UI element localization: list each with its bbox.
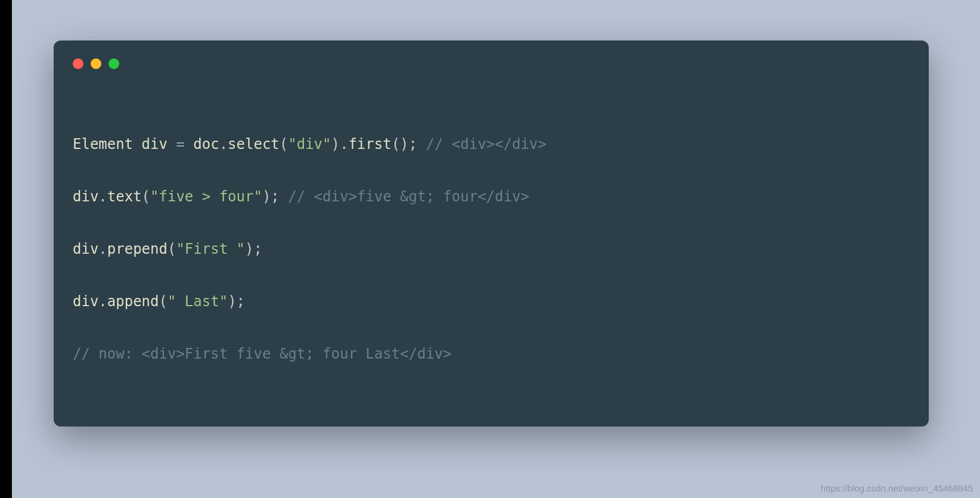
- token-method: append: [107, 293, 159, 310]
- left-sidebar-strip: [0, 0, 12, 498]
- token-method: prepend: [107, 241, 168, 257]
- close-icon[interactable]: [73, 58, 83, 69]
- token-identifier: div: [73, 293, 98, 310]
- token-string: "div": [288, 136, 331, 152]
- code-line-3: div.prepend("First ");: [73, 236, 910, 262]
- token-punct: ();: [392, 136, 426, 152]
- token-punct: (: [280, 136, 288, 152]
- token-punct: .: [98, 188, 107, 205]
- token-punct: .: [98, 293, 107, 310]
- token-type: Element div: [73, 136, 176, 152]
- token-method: first: [348, 136, 391, 152]
- token-identifier: doc: [193, 136, 219, 152]
- token-punct: );: [228, 293, 245, 310]
- token-punct: );: [245, 241, 262, 257]
- token-string: "five > four": [150, 188, 262, 205]
- token-string: "First ": [176, 241, 245, 257]
- token-punct: .: [98, 241, 107, 257]
- minimize-icon[interactable]: [91, 58, 101, 69]
- token-string: " Last": [168, 293, 228, 310]
- token-operator: =: [176, 136, 193, 152]
- token-method: text: [107, 188, 142, 205]
- code-window: Element div = doc.select("div").first();…: [54, 41, 929, 427]
- token-punct: (: [159, 293, 168, 310]
- watermark-text: https://blog.csdn.net/weixin_45468845: [821, 483, 973, 493]
- token-punct: (: [142, 188, 150, 205]
- token-method: select: [228, 136, 280, 152]
- token-comment: // <div></div>: [426, 136, 546, 152]
- code-content: Element div = doc.select("div").first();…: [73, 105, 910, 419]
- code-line-4: div.append(" Last");: [73, 288, 910, 315]
- token-punct: .: [219, 136, 228, 152]
- token-identifier: div: [73, 241, 98, 257]
- token-punct: );: [262, 188, 288, 205]
- maximize-icon[interactable]: [108, 58, 119, 69]
- code-line-5: // now: <div>First five &gt; four Last</…: [73, 341, 910, 367]
- token-punct: (: [168, 241, 176, 257]
- window-controls: [73, 58, 910, 69]
- token-identifier: div: [73, 188, 98, 205]
- token-comment: // now: <div>First five &gt; four Last</…: [73, 346, 452, 362]
- code-line-1: Element div = doc.select("div").first();…: [73, 131, 910, 157]
- code-line-2: div.text("five > four"); // <div>five &g…: [73, 183, 910, 210]
- token-comment: // <div>five &gt; four</div>: [288, 188, 529, 205]
- token-punct: ).: [331, 136, 349, 152]
